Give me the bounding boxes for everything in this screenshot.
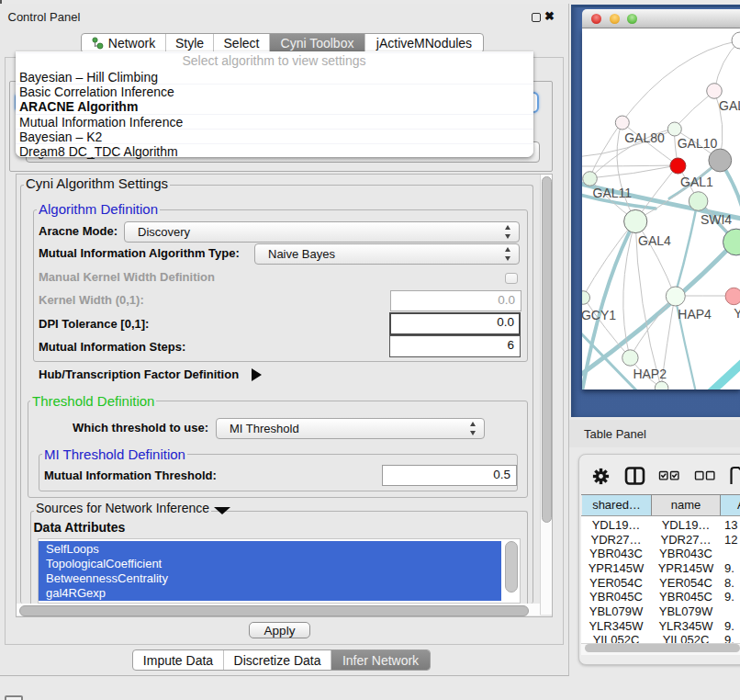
svg-text:GCY1: GCY1 [582,308,616,322]
svg-text:SWI4: SWI4 [701,212,732,227]
svg-text:Y: Y [734,306,740,321]
svg-text:GAL4: GAL4 [638,233,671,248]
svg-text:GAL11: GAL11 [593,186,633,200]
svg-text:GAL10: GAL10 [678,136,718,151]
svg-text:HAP2: HAP2 [633,367,667,381]
svg-text:GAL80: GAL80 [624,130,665,145]
svg-text:GAL1: GAL1 [680,175,713,189]
svg-text:GAL7: GAL7 [719,98,740,113]
svg-text:HAP4: HAP4 [678,307,712,322]
